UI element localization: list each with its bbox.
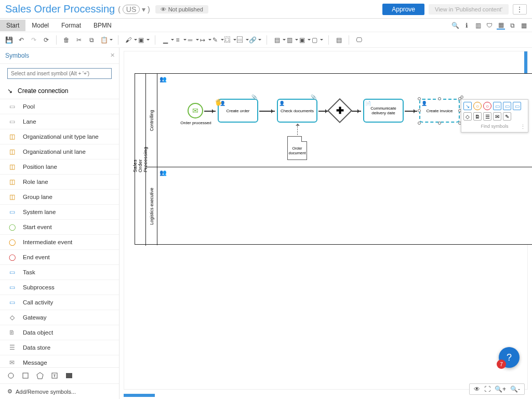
sequence-flow[interactable] (405, 111, 417, 112)
symbol-item[interactable]: ▭System lane (0, 205, 119, 220)
subprocess-cell[interactable]: ▭ (503, 102, 511, 110)
paste-icon[interactable]: 📋 (98, 34, 110, 46)
link-icon[interactable]: 🔗 (247, 34, 258, 46)
symbol-item[interactable]: ◫Organizational unit type lane (0, 129, 119, 144)
symbol-item[interactable]: ▭Lane (0, 114, 119, 129)
image-icon[interactable] (65, 372, 73, 379)
sequence-flow[interactable] (204, 111, 216, 112)
parallel-gateway[interactable]: ✚ (327, 98, 352, 123)
order-front-icon[interactable]: ▣ (296, 34, 308, 46)
tab-bpmn[interactable]: BPMN (87, 20, 118, 31)
group-icon[interactable]: ⿴ (222, 34, 233, 46)
shield-icon[interactable]: 🛡 (485, 21, 494, 30)
format-painter-icon[interactable]: 🖌 (123, 34, 134, 46)
kebab-icon[interactable]: ⋮ (520, 124, 526, 130)
symbol-item[interactable]: ◯End event (0, 250, 119, 265)
info-icon[interactable]: ℹ (462, 21, 471, 30)
locale-selector[interactable]: ( US ▾ ) (118, 5, 150, 14)
chart-icon[interactable]: ▥ (474, 21, 482, 30)
tab-format[interactable]: Format (55, 20, 87, 31)
tab-model[interactable]: Model (25, 20, 55, 31)
fill-color-icon[interactable]: ▣ (135, 34, 147, 46)
search-icon[interactable]: 🔍 (451, 21, 459, 30)
symbol-item[interactable]: ◯Start event (0, 220, 119, 235)
fit-icon[interactable]: ⛶ (484, 385, 490, 393)
symbol-item[interactable]: ☰Data store (0, 340, 119, 355)
message-cell[interactable]: ✉ (493, 112, 501, 121)
datastore-cell[interactable]: ☰ (483, 112, 491, 121)
sequence-flow[interactable] (352, 111, 361, 112)
line-weight-icon[interactable]: ═ (184, 34, 196, 46)
gateway-cell[interactable]: ◇ (463, 112, 472, 121)
create-connection-button[interactable]: ↘ Create connection (0, 83, 119, 99)
sequence-flow[interactable] (259, 111, 275, 112)
square-icon[interactable] (22, 372, 29, 379)
dataobject-cell[interactable]: 🗎 (473, 112, 482, 121)
list-icon[interactable]: ▤ (333, 34, 344, 46)
more-menu-button[interactable]: ⋮ (513, 4, 527, 15)
publish-status[interactable]: 👁 Not published (155, 5, 208, 14)
symbol-item[interactable]: ▭Pool (0, 99, 119, 114)
task-create-invoice[interactable]: 👤 ⚙ Create invoice (419, 99, 460, 123)
symbol-item[interactable]: ◫Group lane (0, 190, 119, 205)
save-icon[interactable]: 💾 (3, 34, 15, 46)
task-cell[interactable]: ▭ (493, 102, 501, 110)
layout-icon[interactable]: ▦ (497, 21, 505, 30)
task-communicate-date[interactable]: 📄 Communicate delivery date (363, 99, 404, 123)
task-check-documents[interactable]: 👤 📎 Check documents (277, 99, 317, 123)
intermediate-event-cell[interactable]: ○ (473, 102, 482, 110)
symbol-item[interactable]: ✉Message (0, 355, 119, 367)
pentagon-icon[interactable] (36, 372, 44, 379)
add-remove-symbols-button[interactable]: ⚙ Add/Remove symbols... (0, 383, 119, 399)
distribute-icon[interactable]: ▥ (284, 34, 295, 46)
symbol-item[interactable]: 🗎Data object (0, 325, 119, 340)
export-icon[interactable]: 🖵 (353, 34, 365, 46)
task-create-order[interactable]: 👤 📎 🖐 Create order (218, 99, 258, 123)
symbol-item[interactable]: ▭Call activity (0, 295, 119, 310)
refresh-icon[interactable]: ⟳ (41, 34, 52, 46)
order-back-icon[interactable]: ▢ (309, 34, 320, 46)
line-style-icon[interactable]: ≡ (172, 34, 183, 46)
copy-icon[interactable]: ⧉ (86, 34, 97, 46)
close-icon[interactable]: ✕ (110, 52, 115, 59)
symbol-item[interactable]: ▭Subprocess (0, 280, 119, 295)
grid-icon[interactable]: ▦ (520, 21, 528, 30)
symbol-item[interactable]: ◇Gateway (0, 310, 119, 325)
text-icon[interactable]: T (51, 372, 58, 379)
align-icon[interactable]: ▤ (271, 34, 283, 46)
symbol-item[interactable]: ◯Intermediate event (0, 235, 119, 250)
zoom-out-icon[interactable]: 🔍- (510, 385, 520, 393)
symbol-search-input[interactable] (7, 68, 112, 79)
delete-icon[interactable]: 🗑 (61, 34, 72, 46)
edit-icon[interactable]: ✎ (209, 34, 221, 46)
text-ann-cell[interactable]: ✎ (503, 112, 511, 121)
ungroup-icon[interactable]: ⿳ (234, 34, 246, 46)
find-symbols-label[interactable]: Find symbols ⋮ (463, 123, 526, 130)
approve-button[interactable]: Approve (382, 4, 424, 15)
zoom-in-icon[interactable]: 🔍+ (495, 385, 506, 393)
view-icon[interactable]: 👁 (474, 385, 480, 393)
zoom-bar: 👁 ⛶ 🔍+ 🔍- (469, 383, 525, 395)
circle-icon[interactable] (7, 372, 15, 379)
symbol-item[interactable]: ▭Task (0, 265, 119, 280)
redo-icon[interactable]: ↷ (28, 34, 39, 46)
symbol-item[interactable]: ◫Role lane (0, 175, 119, 190)
diagram-canvas[interactable]: Sales Order Processing Controlling 👥 ✉ O… (124, 51, 528, 390)
line-color-icon[interactable]: ▁ (159, 34, 171, 46)
end-event-cell[interactable]: ○ (483, 102, 491, 110)
data-object[interactable]: Order document (287, 136, 307, 160)
callactivity-cell[interactable]: ▭ (513, 102, 521, 110)
help-fab[interactable]: ? 7 (499, 347, 520, 368)
layers-icon[interactable]: ⧉ (508, 21, 516, 30)
arrow-style-icon[interactable]: ↦ (197, 34, 208, 46)
undo-icon[interactable]: ↶ (16, 34, 27, 46)
data-association[interactable] (297, 124, 298, 135)
tab-start[interactable]: Start (0, 20, 25, 31)
connector-cell[interactable]: ↘ (463, 102, 472, 110)
view-published-button[interactable]: View in 'Published content' (429, 4, 509, 15)
cut-icon[interactable]: ✂ (73, 34, 85, 46)
start-event[interactable]: ✉ (188, 103, 203, 118)
symbol-item[interactable]: ◫Position lane (0, 159, 119, 175)
horizontal-scrollbar[interactable] (124, 394, 155, 397)
symbol-item[interactable]: ◫Organizational unit lane (0, 144, 119, 159)
